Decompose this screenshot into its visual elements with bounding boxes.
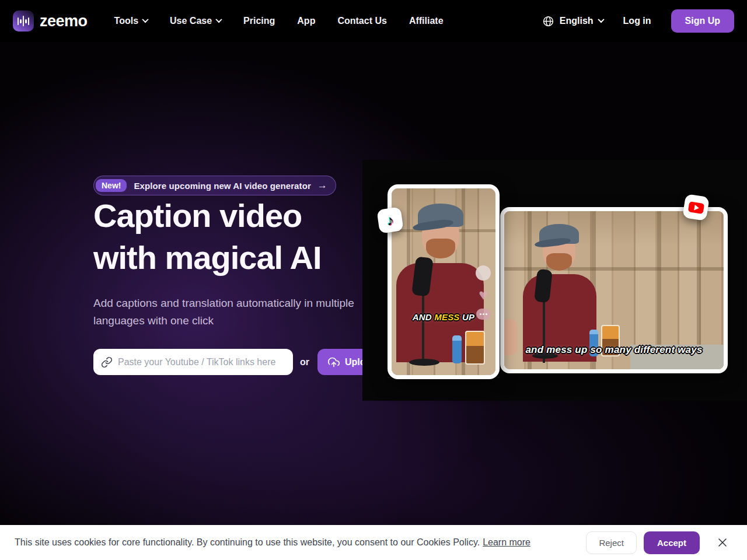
title-line-2: with magical AI [93, 239, 322, 276]
youtube-icon [682, 194, 710, 221]
learn-more-link[interactable]: Learn more [483, 537, 530, 547]
snack-bag [465, 331, 485, 365]
nav-label: App [297, 16, 315, 26]
nav-item-app[interactable]: App [297, 16, 315, 26]
video-link-field[interactable] [93, 349, 293, 375]
tiktok-icon: ♪ [376, 206, 403, 233]
new-badge: New! [96, 179, 127, 192]
hero-subtitle: Add captions and translation automatical… [93, 295, 356, 330]
nav-item-affiliate[interactable]: Affiliate [409, 16, 444, 26]
globe-icon [542, 15, 554, 27]
cookie-message: This site uses cookies for core function… [15, 537, 530, 548]
caption-highlight: MESS [434, 312, 459, 322]
nav-item-contact-us[interactable]: Contact Us [337, 16, 386, 26]
language-selector[interactable]: English [542, 15, 603, 27]
cookie-actions: Reject Accept [586, 531, 700, 554]
nav-label: Use Case [170, 16, 212, 26]
nav-item-tools[interactable]: Tools [114, 16, 148, 26]
podcast-scene: ♥ AND MESS UP [392, 188, 495, 375]
tiktok-video-preview: ♥ AND MESS UP [388, 184, 500, 379]
waveform-logo-icon [13, 10, 34, 32]
nav-label: Affiliate [409, 16, 444, 26]
close-icon[interactable] [717, 537, 728, 548]
water-bottle [452, 335, 462, 363]
upload-cloud-icon [328, 356, 340, 368]
language-label: English [560, 16, 594, 26]
brand-name: zeemo [40, 12, 88, 30]
podcast-scene: and mess up so many different ways [504, 211, 724, 369]
nav-item-pricing[interactable]: Pricing [243, 16, 275, 26]
title-line-1: Caption video [93, 197, 302, 234]
chevron-down-icon [215, 16, 222, 22]
beard [546, 253, 572, 271]
chevron-down-icon [142, 16, 148, 22]
nav-label: Contact Us [337, 16, 386, 26]
nav-label: Tools [114, 16, 138, 26]
arrow-right-icon: → [317, 180, 327, 191]
cookie-banner: This site uses cookies for core function… [0, 525, 747, 560]
chevron-down-icon [598, 16, 604, 22]
login-link[interactable]: Log in [623, 16, 651, 26]
link-submit-row: or Upload [93, 349, 393, 375]
beard [426, 239, 455, 258]
nav-label: Pricing [243, 16, 275, 26]
youtube-caption: and mess up so many different ways [504, 344, 724, 356]
new-feature-text: Explore upcoming new AI video generator [134, 181, 310, 191]
cookie-text: This site uses cookies for core function… [15, 537, 480, 547]
nav-item-use-case[interactable]: Use Case [170, 16, 221, 26]
or-label: or [300, 357, 309, 368]
mic-stand [422, 293, 424, 363]
like-heart-icon[interactable]: ♥ [479, 288, 487, 301]
accept-button[interactable]: Accept [644, 531, 700, 554]
caption-text: AND [413, 312, 434, 322]
header-right-group: English Log in Sign Up [542, 9, 734, 33]
avatar[interactable] [476, 265, 491, 281]
caption-text: UP [460, 312, 475, 322]
youtube-video-preview: and mess up so many different ways [500, 207, 728, 373]
video-link-input[interactable] [118, 357, 286, 368]
main-nav: Tools Use Case Pricing App Contact Us Af… [114, 16, 444, 26]
link-icon [101, 356, 113, 368]
reject-button[interactable]: Reject [586, 531, 637, 554]
top-navigation-bar: zeemo Tools Use Case Pricing App Contact… [0, 0, 747, 42]
hero-video-showcase: and mess up so many different ways [362, 160, 747, 401]
new-feature-banner[interactable]: New! Explore upcoming new AI video gener… [93, 176, 336, 195]
zeemo-logo[interactable]: zeemo [13, 10, 88, 32]
tiktok-caption: AND MESS UP [392, 312, 495, 322]
signup-button[interactable]: Sign Up [671, 9, 734, 33]
